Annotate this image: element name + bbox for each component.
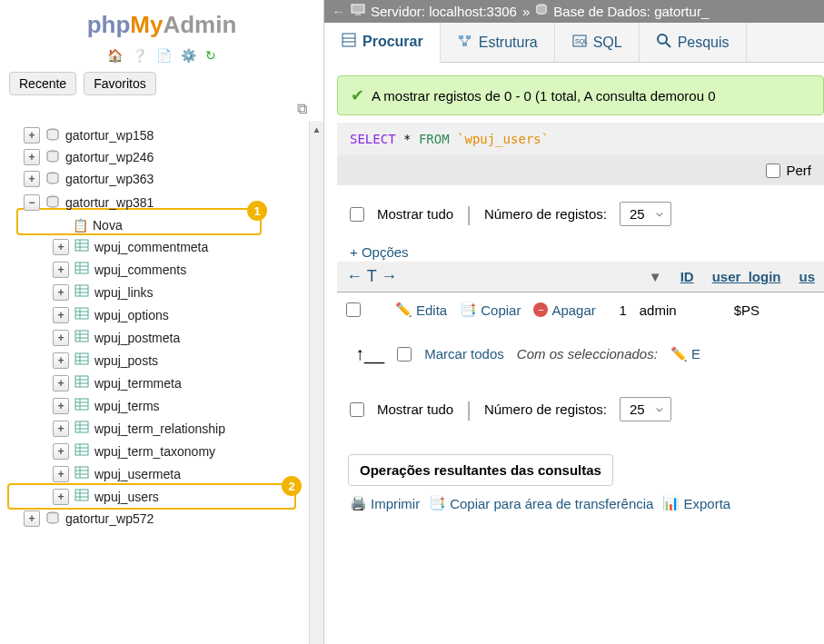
show-all-checkbox-2[interactable] — [350, 402, 364, 417]
copy-clipboard-link[interactable]: 📑Copiar para área de transferência — [429, 495, 653, 511]
collapse-icon[interactable]: − — [24, 194, 40, 211]
expand-icon[interactable]: + — [53, 262, 69, 278]
profile-checkbox[interactable] — [766, 163, 780, 178]
new-table-item[interactable]: 📋 Nova — [9, 215, 323, 235]
table-label[interactable]: wpuj_termmeta — [94, 376, 182, 391]
expand-icon[interactable]: + — [24, 171, 40, 187]
table-item[interactable]: + wpuj_postmeta — [9, 326, 323, 349]
expand-icon[interactable]: + — [24, 127, 40, 144]
expand-icon[interactable]: + — [53, 330, 69, 346]
expand-icon[interactable]: + — [24, 149, 40, 165]
edit-link[interactable]: ✏️Edita — [395, 302, 447, 318]
tab-sql[interactable]: SQL SQL — [555, 23, 640, 62]
db-item[interactable]: + gatortur_wp572 — [9, 508, 323, 530]
expand-icon[interactable]: + — [53, 307, 69, 323]
db-breadcrumb-label[interactable]: Base de Dados: gatortur_ — [553, 4, 709, 19]
table-label[interactable]: wpuj_postmeta — [94, 331, 180, 345]
docs-icon[interactable]: 📄 — [156, 48, 172, 63]
table-item[interactable]: + wpuj_posts — [9, 349, 323, 372]
db-item[interactable]: + gatortur_wp246 — [9, 146, 323, 168]
nova-label[interactable]: Nova — [93, 218, 123, 233]
expand-icon[interactable]: + — [53, 466, 69, 482]
table-icon — [74, 283, 91, 301]
table-item[interactable]: + wpuj_usermeta — [9, 462, 323, 485]
table-item[interactable]: + wpuj_comments — [9, 258, 323, 281]
db-label[interactable]: gatortur_wp246 — [65, 150, 154, 164]
db-item[interactable]: + gatortur_wp158 — [9, 124, 323, 146]
rows-label: Número de registos: — [484, 206, 607, 222]
col-us[interactable]: us — [799, 269, 815, 284]
new-icon: 📋 — [73, 218, 89, 233]
rows-select[interactable]: 25 — [620, 202, 671, 226]
expand-icon[interactable]: + — [53, 375, 69, 391]
svg-point-66 — [658, 35, 667, 44]
delete-link[interactable]: −Apagar — [533, 302, 595, 318]
tab-search[interactable]: Pesquis — [640, 23, 747, 62]
table-label[interactable]: wpuj_term_relationship — [94, 421, 225, 436]
tab-browse[interactable]: Procurar — [324, 23, 441, 63]
db-item-expanded[interactable]: − gatortur_wp381 — [9, 190, 323, 215]
tab-structure[interactable]: Estrutura — [441, 23, 555, 62]
col-id[interactable]: ID — [680, 269, 694, 284]
breadcrumb-arrow-icon[interactable]: ← — [332, 4, 345, 19]
expand-icon[interactable]: + — [53, 284, 69, 301]
table-item[interactable]: + wpuj_commentmeta — [9, 235, 323, 258]
row-checkbox[interactable] — [346, 302, 361, 317]
table-label[interactable]: wpuj_commentmeta — [94, 240, 208, 254]
db-label[interactable]: gatortur_wp363 — [65, 172, 154, 186]
expand-icon[interactable]: + — [24, 510, 40, 527]
db-item[interactable]: + gatortur_wp363 — [9, 168, 323, 190]
check-all-checkbox[interactable] — [397, 347, 412, 362]
logo[interactable]: phpMyAdmin — [0, 0, 323, 45]
table-item[interactable]: + wpuj_term_taxonomy — [9, 440, 323, 462]
check-all-label[interactable]: Marcar todos — [424, 346, 504, 362]
col-user-login[interactable]: user_login — [712, 269, 781, 284]
table-icon — [74, 306, 91, 323]
table-item[interactable]: + wpuj_termmeta — [9, 372, 323, 394]
rows-select-2[interactable]: 25 — [620, 397, 671, 421]
table-item[interactable]: + wpuj_users 2 — [9, 485, 323, 508]
export-link[interactable]: 📊Exporta — [662, 495, 730, 511]
table-item[interactable]: + wpuj_term_relationship — [9, 417, 323, 440]
sql-query: SELECT * FROM `wpuj_users` — [337, 123, 824, 155]
expand-icon[interactable]: + — [53, 421, 69, 437]
dropdown-icon[interactable]: ▼ — [649, 269, 662, 284]
db-label[interactable]: gatortur_wp158 — [65, 128, 154, 143]
expand-icon[interactable]: + — [53, 239, 69, 255]
db-label[interactable]: gatortur_wp381 — [65, 195, 154, 210]
tab-recent[interactable]: Recente — [9, 72, 76, 95]
table-label[interactable]: wpuj_terms — [94, 399, 160, 413]
table-label[interactable]: wpuj_usermeta — [94, 467, 181, 481]
edit-abbrev: E — [691, 346, 700, 362]
logout-icon[interactable]: ❔ — [132, 48, 147, 63]
expand-icon[interactable]: + — [53, 352, 69, 369]
structure-icon — [457, 33, 473, 53]
show-all-checkbox[interactable] — [350, 207, 364, 222]
sql-from: FROM — [419, 132, 450, 146]
link-icon[interactable]: ⧉ — [297, 101, 307, 116]
table-label[interactable]: wpuj_options — [94, 308, 169, 322]
table-label[interactable]: wpuj_comments — [94, 263, 186, 277]
table-label[interactable]: wpuj_posts — [94, 353, 158, 368]
expand-icon[interactable]: + — [53, 398, 69, 414]
table-item[interactable]: + wpuj_terms — [9, 394, 323, 417]
reload-icon[interactable]: ↻ — [205, 48, 216, 63]
sort-arrows[interactable]: ← T → — [346, 267, 397, 286]
expand-icon[interactable]: + — [53, 443, 69, 460]
rows-label-2: Número de registos: — [484, 401, 607, 417]
table-item[interactable]: + wpuj_links — [9, 281, 323, 303]
tab-favorites[interactable]: Favoritos — [84, 72, 156, 95]
table-label[interactable]: wpuj_links — [94, 285, 154, 300]
bulk-edit[interactable]: ✏️E — [670, 346, 700, 362]
home-icon[interactable]: 🏠 — [107, 48, 123, 63]
copy-link[interactable]: 📑Copiar — [460, 302, 521, 318]
print-link[interactable]: 🖨️Imprimir — [350, 495, 420, 511]
db-label[interactable]: gatortur_wp572 — [65, 511, 154, 526]
options-link[interactable]: + Opções — [337, 243, 824, 262]
server-label[interactable]: Servidor: localhost:3306 — [371, 4, 517, 19]
delete-label: Apagar — [551, 302, 595, 318]
table-item[interactable]: + wpuj_options — [9, 303, 323, 326]
settings-icon[interactable]: ⚙️ — [181, 48, 196, 63]
main-panel: ← Servidor: localhost:3306 » Base de Dad… — [324, 0, 824, 644]
table-label[interactable]: wpuj_term_taxonomy — [94, 444, 215, 459]
